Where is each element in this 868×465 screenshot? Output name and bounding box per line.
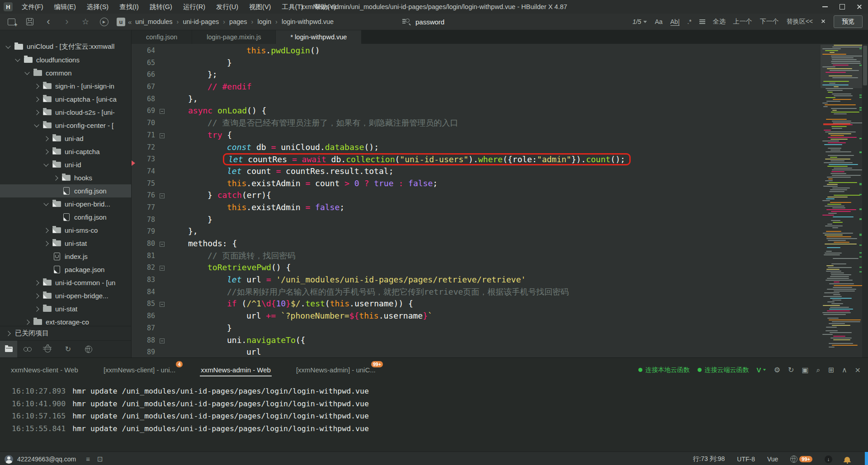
tree-item[interactable]: common bbox=[0, 66, 131, 80]
breadcrumb-item[interactable]: uni-id-pages bbox=[183, 18, 219, 25]
menu-item[interactable]: 运行(R) bbox=[178, 0, 211, 14]
settings-icon[interactable]: ⚙ bbox=[774, 366, 780, 374]
tree-item[interactable]: cloudfunctions bbox=[0, 53, 131, 66]
tree-item[interactable]: sign-in - [uni-sign-in bbox=[0, 80, 131, 93]
chevron-right-icon[interactable] bbox=[34, 84, 39, 89]
chevron-right-icon[interactable] bbox=[43, 228, 48, 233]
run-button[interactable]: ▶ bbox=[98, 16, 110, 28]
chevron-right-icon[interactable] bbox=[34, 280, 39, 285]
menu-item[interactable]: 选择(S) bbox=[81, 0, 114, 14]
tree-item[interactable]: ext-storage-co bbox=[0, 315, 131, 326]
tree-item[interactable]: uniCloud - [支付宝云:xxmwall bbox=[0, 40, 131, 53]
menu-item[interactable]: 查找(I) bbox=[114, 0, 144, 14]
web-panel-button[interactable] bbox=[78, 341, 99, 357]
console-tab[interactable]: [xxmNews-admin] - uniC...99+ bbox=[296, 366, 376, 380]
chevron-right-icon[interactable] bbox=[24, 319, 29, 324]
fold-marker-icon[interactable] bbox=[155, 189, 169, 202]
files-panel-button[interactable] bbox=[0, 341, 17, 357]
bell-icon[interactable] bbox=[844, 457, 850, 461]
code-line[interactable]: 69async onLoad() { bbox=[132, 105, 818, 117]
code-line[interactable]: 78} bbox=[132, 214, 818, 226]
tree-item[interactable]: uni-captcha - [uni-ca bbox=[0, 93, 131, 106]
save-button[interactable] bbox=[24, 16, 36, 28]
code-line[interactable]: 79}, bbox=[132, 225, 818, 238]
log-search-icon[interactable]: ⌕ bbox=[816, 366, 821, 374]
code-line[interactable]: 89url bbox=[132, 346, 818, 357]
language-mode[interactable]: Vue bbox=[767, 456, 778, 463]
menu-item[interactable]: 文件(F) bbox=[16, 0, 49, 14]
editor-tab[interactable]: * login-withpwd.vue bbox=[276, 30, 361, 44]
minimap[interactable] bbox=[821, 44, 862, 357]
chevron-right-icon[interactable] bbox=[43, 149, 48, 154]
chevron-down-icon[interactable] bbox=[24, 70, 29, 75]
tree-item[interactable]: uni-cloud-s2s - [uni- bbox=[0, 106, 131, 119]
regex-toggle[interactable]: .* bbox=[687, 18, 691, 25]
code-line[interactable]: 65} bbox=[132, 57, 818, 69]
tree-item[interactable]: uni-ad bbox=[0, 132, 131, 145]
version-selector[interactable]: V bbox=[757, 366, 766, 374]
match-case-toggle[interactable]: Aa bbox=[655, 18, 662, 25]
breadcrumb-item[interactable]: pages bbox=[229, 18, 247, 25]
chevron-right-icon[interactable] bbox=[34, 306, 39, 311]
tree-item[interactable]: uni-id-common - [un bbox=[0, 276, 131, 289]
code-line[interactable]: 83let url = '/uni_modules/uni-id-pages/p… bbox=[132, 274, 818, 286]
select-all-button[interactable]: 全选 bbox=[713, 18, 726, 26]
chevron-right-icon[interactable] bbox=[43, 136, 48, 141]
code-line[interactable]: 75this.existAdmin = count > 0 ? true : f… bbox=[132, 178, 818, 190]
notifications-button[interactable]: 99+ bbox=[790, 456, 812, 463]
fold-marker-icon[interactable] bbox=[155, 129, 169, 142]
menu-item[interactable]: 帮助(Y) bbox=[309, 0, 341, 14]
code-line[interactable]: 73let countRes = await db.collection("un… bbox=[132, 153, 818, 165]
open-external-icon[interactable]: ⊞ bbox=[828, 366, 834, 374]
code-line[interactable]: 74let count = countRes.result.total; bbox=[132, 165, 818, 178]
scrollbar-thumb[interactable] bbox=[863, 46, 867, 85]
tree-item[interactable]: hooks bbox=[0, 171, 131, 184]
tree-item[interactable]: index.js bbox=[0, 250, 131, 263]
tree-item[interactable]: uni-stat bbox=[0, 237, 131, 250]
breadcrumb-item[interactable]: login bbox=[257, 18, 271, 25]
tree-item[interactable]: uni-captcha bbox=[0, 145, 131, 158]
search-panel-button[interactable] bbox=[17, 341, 38, 357]
fold-marker-icon[interactable] bbox=[155, 105, 169, 117]
terminal-icon[interactable]: ⊡ bbox=[97, 455, 103, 463]
account-email[interactable]: 422249663@qq.com bbox=[17, 456, 76, 463]
tree-item[interactable]: uni-config-center - [ bbox=[0, 119, 131, 132]
chevron-down-icon[interactable] bbox=[34, 122, 39, 127]
editor-scrollbar[interactable] bbox=[862, 44, 868, 357]
editor-tab[interactable]: config.json bbox=[132, 30, 192, 44]
code-line[interactable]: 76} catch(err){ bbox=[132, 189, 818, 202]
code-editor[interactable]: 64this.pwdLogin()65}66};67// #endif68},6… bbox=[132, 44, 868, 357]
code-line[interactable]: 86url += `?phoneNumber=${this.username}` bbox=[132, 310, 818, 322]
match-count[interactable]: 1/5 bbox=[632, 18, 647, 25]
tree-item[interactable]: uni-sms-co bbox=[0, 224, 131, 237]
chevron-down-icon[interactable] bbox=[15, 56, 20, 61]
tree-item[interactable]: config.json bbox=[0, 211, 131, 224]
filter-lines-icon[interactable] bbox=[699, 19, 705, 20]
update-button[interactable]: ↓ bbox=[825, 456, 832, 463]
code-line[interactable]: 66}; bbox=[132, 69, 818, 81]
editor-tab[interactable]: login-page.mixin.js bbox=[192, 30, 275, 44]
restart-icon[interactable]: ↻ bbox=[788, 366, 794, 374]
tree-item[interactable]: package.json bbox=[0, 263, 131, 276]
code-line[interactable]: 71try { bbox=[132, 129, 818, 141]
breadcrumb-item[interactable]: uni_modules bbox=[135, 18, 172, 25]
menu-item[interactable]: 工具(T) bbox=[276, 0, 309, 14]
code-line[interactable]: 68}, bbox=[132, 93, 818, 105]
debug-panel-button[interactable] bbox=[38, 341, 58, 357]
chevron-right-icon[interactable] bbox=[43, 241, 48, 246]
back-button[interactable]: ‹ bbox=[42, 16, 54, 28]
tree-item[interactable]: config.json bbox=[0, 184, 131, 197]
collapse-icon[interactable]: ∧ bbox=[842, 366, 847, 374]
maximize-button[interactable] bbox=[834, 0, 851, 14]
new-file-button[interactable] bbox=[5, 16, 17, 28]
console-tab[interactable]: xxmNews-client - Web bbox=[11, 366, 78, 380]
code-line[interactable]: 84//如果刚好用户名输入框的值为手机号码，就把它传到retrieve页面，根据… bbox=[132, 286, 818, 298]
menu-item[interactable]: 编辑(E) bbox=[49, 0, 81, 14]
console-tab[interactable]: xxmNews-admin - Web bbox=[201, 366, 271, 380]
replace-zone-button[interactable]: 替换区<< bbox=[787, 18, 813, 26]
chevron-right-icon[interactable] bbox=[34, 110, 39, 115]
chevron-right-icon[interactable] bbox=[53, 175, 58, 180]
code-line[interactable]: 88uni.navigateTo({ bbox=[132, 334, 818, 347]
chevron-down-icon[interactable] bbox=[5, 43, 10, 48]
menu-item[interactable]: 视图(V) bbox=[244, 0, 276, 14]
